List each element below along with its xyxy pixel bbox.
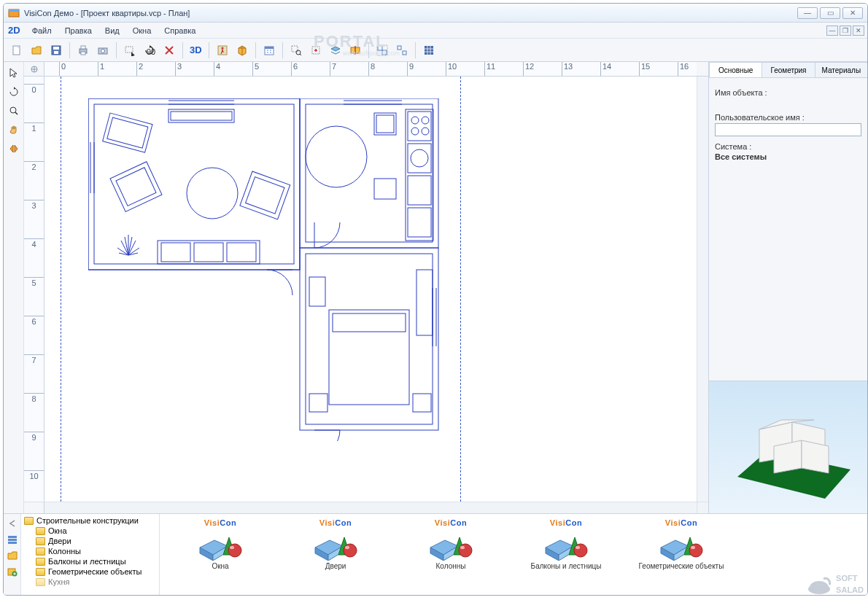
- left-toolbar: [4, 62, 24, 513]
- catalog-add-icon[interactable]: [6, 565, 19, 578]
- menubar: 2D Файл Правка Вид Окна Справка — ❐ ✕: [4, 23, 867, 39]
- group-icon[interactable]: [373, 42, 391, 59]
- open-file-icon[interactable]: [28, 42, 45, 59]
- gallery-item[interactable]: VisiConГеометрические объекты: [627, 518, 736, 570]
- ruler-vertical[interactable]: 012345678910: [24, 77, 44, 502]
- mdi-close-button[interactable]: ✕: [853, 26, 864, 36]
- maximize-button[interactable]: ▭: [820, 7, 840, 19]
- pointer-tool-icon[interactable]: [6, 65, 22, 81]
- tree-item-balconies[interactable]: Балконы и лестницы: [23, 556, 158, 566]
- svg-point-96: [345, 546, 349, 549]
- zoom-region-icon[interactable]: [287, 42, 305, 59]
- catalog-folder-icon[interactable]: [6, 549, 19, 562]
- svg-point-98: [459, 544, 472, 557]
- tree-item-windows[interactable]: Окна: [23, 526, 158, 536]
- app-icon: [8, 7, 20, 19]
- user-name-input[interactable]: [715, 123, 861, 136]
- svg-rect-11: [125, 47, 133, 52]
- grid-toggle-icon[interactable]: [420, 42, 438, 59]
- gallery-thumb-icon: [198, 529, 242, 561]
- ruler-horizontal[interactable]: 012345678910111213141516: [44, 62, 697, 77]
- catalog-tree[interactable]: Строительные конструкции Окна Двери Коло…: [21, 514, 160, 595]
- preview-3d[interactable]: [709, 381, 867, 513]
- svg-rect-88: [8, 542, 17, 544]
- menu-view[interactable]: Вид: [101, 25, 124, 36]
- svg-rect-54: [408, 112, 431, 141]
- titlebar: VisiCon Демо - [Проект квартиры.vcp - Пл…: [4, 4, 867, 23]
- rotate-tool-icon[interactable]: [6, 84, 22, 100]
- svg-point-10: [101, 49, 105, 52]
- folder-icon: [36, 537, 45, 545]
- ungroup-icon[interactable]: [393, 42, 411, 59]
- window-title: VisiCon Демо - [Проект квартиры.vcp - Пл…: [24, 9, 795, 17]
- mdi-restore-button[interactable]: ❐: [840, 26, 851, 36]
- tree-item-geometry[interactable]: Геометрические объекты: [23, 566, 158, 577]
- slice-icon[interactable]: [346, 42, 364, 59]
- close-button[interactable]: ✕: [842, 7, 863, 19]
- select-rect-icon[interactable]: [121, 42, 139, 59]
- logo-3d[interactable]: 3D: [187, 44, 204, 55]
- rotate-90-icon[interactable]: 90: [141, 42, 158, 59]
- menu-windows[interactable]: Окна: [128, 25, 156, 36]
- camera-icon[interactable]: [94, 42, 112, 59]
- calendar-icon[interactable]: [260, 42, 278, 59]
- pan-tool-icon[interactable]: [6, 122, 22, 138]
- folder-icon: [36, 558, 45, 566]
- new-file-icon[interactable]: [8, 42, 26, 59]
- svg-point-27: [10, 107, 16, 113]
- tree-item-kitchen[interactable]: Кухня: [23, 577, 158, 587]
- menu-edit[interactable]: Правка: [61, 25, 96, 36]
- svg-point-92: [228, 544, 241, 557]
- tree-root[interactable]: Строительные конструкции: [23, 515, 158, 526]
- gallery-item[interactable]: VisiConБалконы и лестницы: [511, 518, 621, 570]
- catalog-list-icon[interactable]: [6, 533, 19, 546]
- save-icon[interactable]: [47, 42, 65, 59]
- canvas-scrollbar-horizontal[interactable]: [44, 502, 697, 513]
- tab-geometry[interactable]: Геометрия: [762, 62, 815, 77]
- gallery-item[interactable]: VisiConКолонны: [396, 518, 505, 570]
- delete-icon[interactable]: [160, 42, 178, 59]
- guide-vertical-1[interactable]: [61, 77, 61, 502]
- cube-view-icon[interactable]: [233, 42, 251, 59]
- svg-rect-37: [107, 117, 148, 148]
- catalog-panel: Строительные конструкции Окна Двери Коло…: [4, 513, 867, 595]
- layers-icon[interactable]: [327, 42, 344, 59]
- tab-basic[interactable]: Основные: [709, 62, 762, 77]
- svg-rect-87: [8, 539, 17, 541]
- label-object-name: Имя объекта :: [715, 88, 861, 97]
- zoom-fit-icon[interactable]: [307, 42, 325, 59]
- ruler-origin-icon[interactable]: [24, 62, 44, 77]
- mdi-minimize-button[interactable]: —: [826, 26, 838, 36]
- minimize-button[interactable]: —: [797, 7, 818, 19]
- tab-materials[interactable]: Материалы: [815, 62, 868, 77]
- toolbar: 90 3D: [4, 39, 867, 62]
- svg-rect-22: [382, 50, 387, 55]
- svg-rect-51: [374, 113, 396, 135]
- canvas-scrollbar-vertical[interactable]: [697, 77, 708, 502]
- gallery-item[interactable]: VisiConДвери: [281, 518, 390, 570]
- svg-point-60: [411, 149, 428, 167]
- svg-rect-53: [406, 109, 433, 241]
- tree-item-doors[interactable]: Двери: [23, 536, 158, 546]
- gallery-item[interactable]: VisiConОкна: [166, 518, 275, 570]
- mirror-tool-icon[interactable]: [6, 141, 22, 157]
- print-icon[interactable]: [74, 42, 92, 59]
- tree-item-columns[interactable]: Колонны: [23, 546, 158, 556]
- svg-point-57: [411, 128, 419, 135]
- menu-file[interactable]: Файл: [28, 25, 56, 36]
- gallery-brand: VisiCon: [435, 518, 467, 527]
- svg-rect-35: [306, 254, 433, 424]
- walk-view-icon[interactable]: [214, 42, 231, 59]
- svg-point-102: [576, 546, 580, 549]
- menu-help[interactable]: Справка: [160, 25, 200, 36]
- folder-icon: [36, 578, 45, 586]
- svg-rect-47: [194, 243, 223, 262]
- svg-rect-69: [413, 394, 431, 412]
- canvas[interactable]: [44, 77, 697, 502]
- svg-rect-36: [103, 113, 152, 152]
- gallery-thumb-icon: [659, 529, 703, 561]
- zoom-tool-icon[interactable]: [6, 103, 22, 119]
- svg-rect-66: [333, 313, 406, 332]
- svg-rect-25: [403, 51, 406, 55]
- catalog-back-icon[interactable]: [6, 517, 19, 530]
